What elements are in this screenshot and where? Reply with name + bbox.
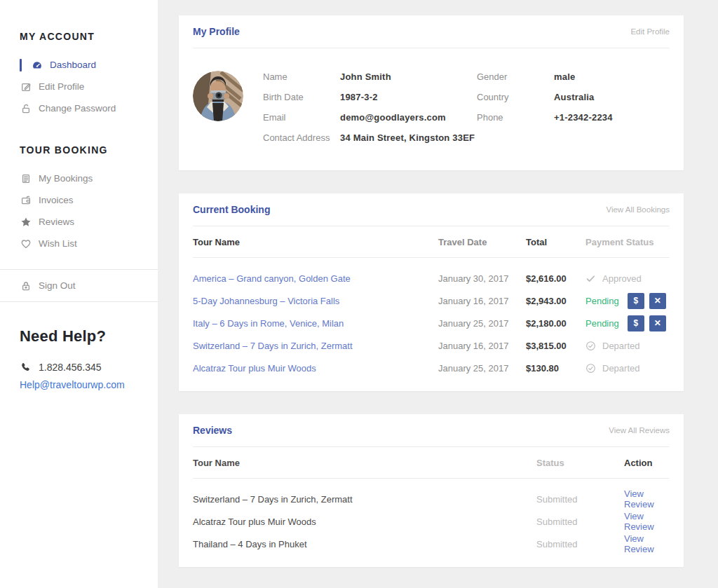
edit-profile-link[interactable]: Edit Profile [630, 27, 670, 36]
lock-icon [20, 280, 32, 292]
profile-field: Country Australia [477, 87, 670, 107]
booking-total: $2,180.00 [526, 318, 585, 329]
payment-status: Approved [585, 273, 670, 284]
view-all-reviews-link[interactable]: View All Reviews [609, 426, 670, 435]
review-status: Submitted [536, 494, 624, 505]
sidebar-item-change-password[interactable]: Change Password [0, 97, 158, 119]
column-header-total: Total [526, 237, 585, 247]
sidebar-item-sign-out[interactable]: Sign Out [0, 270, 158, 301]
booking-table-row: 5-Day Johannesburg – Victoria Falls Janu… [193, 289, 670, 312]
payment-status: Pending $ ✕ [585, 315, 670, 331]
unlock-icon [20, 102, 32, 114]
review-status: Submitted [536, 517, 624, 527]
booking-table-row: Italy – 6 Days in Rome, Venice, Milan Ja… [193, 312, 670, 334]
field-value: 1987-3-2 [340, 87, 378, 107]
cancel-booking-button[interactable]: ✕ [649, 315, 666, 331]
phone-icon [20, 361, 32, 373]
booking-table-row: America – Grand canyon, Golden Gate Janu… [193, 267, 670, 289]
field-value: 34 Main Street, Kingston 33EF [340, 128, 475, 148]
field-value: +1-2342-2234 [554, 107, 613, 128]
tour-name-link[interactable]: Alcatraz Tour plus Muir Woods [193, 363, 316, 374]
heart-icon [20, 238, 32, 249]
circle-check-icon [585, 363, 596, 374]
sidebar-item-my-bookings[interactable]: My Bookings [0, 167, 158, 189]
booking-table-rows: America – Grand canyon, Golden Gate Janu… [193, 258, 670, 391]
sidebar-item-invoices[interactable]: Invoices [0, 189, 158, 211]
review-tour-name: Thailand – 4 Days in Phuket [193, 539, 536, 549]
profile-body: Name John Smith Birth Date 1987-3-2 Emai… [193, 48, 670, 170]
pay-button[interactable]: $ [628, 315, 644, 331]
sidebar-item-edit-profile[interactable]: Edit Profile [0, 76, 158, 97]
view-review-link[interactable]: View Review [624, 533, 654, 554]
payment-status-text: Pending [585, 318, 619, 329]
booking-card-header: Current Booking View All Bookings [193, 193, 670, 226]
sidebar-heading-tour-booking: Tour Booking [20, 144, 158, 156]
field-label: Country [477, 87, 554, 107]
need-help-block: Need Help? 1.828.456.345 Help@traveltour… [0, 302, 158, 391]
profile-field: Birth Date 1987-3-2 [263, 87, 477, 107]
view-review-link[interactable]: View Review [624, 488, 654, 510]
sidebar-item-reviews[interactable]: Reviews [0, 211, 158, 233]
reviews-card-title: Reviews [193, 425, 232, 436]
review-tour-name: Alcatraz Tour plus Muir Woods [193, 517, 536, 527]
column-header-payment-status: Payment Status [585, 237, 670, 247]
profile-field: Contact Address 34 Main Street, Kingston… [263, 128, 477, 148]
profile-field: Gender male [477, 67, 670, 87]
field-value: Australia [554, 87, 594, 107]
tour-name-link[interactable]: Italy – 6 Days in Rome, Venice, Milan [193, 318, 344, 329]
travel-date: January 25, 2017 [438, 318, 526, 329]
profile-card-title: My Profile [193, 26, 240, 37]
profile-field: Name John Smith [263, 67, 477, 87]
cancel-booking-button[interactable]: ✕ [649, 293, 666, 309]
check-icon [585, 273, 596, 284]
profile-field: Phone +1-2342-2234 [477, 107, 670, 128]
booking-table-row: Switzerland – 7 Days in Zurich, Zermatt … [193, 334, 670, 357]
tour-name-link[interactable]: Switzerland – 7 Days in Zurich, Zermatt [193, 341, 353, 351]
column-header-action: Action [624, 458, 670, 468]
travel-date: January 30, 2017 [438, 273, 526, 284]
sidebar-heading-my-account: My Account [20, 31, 158, 42]
sidebar-item-dashboard[interactable]: Dashboard [0, 54, 158, 76]
help-email-link[interactable]: Help@traveltourwp.com [20, 379, 125, 390]
edit-icon [20, 81, 32, 93]
pay-button[interactable]: $ [628, 293, 644, 309]
review-tour-name: Switzerland – 7 Days in Zurich, Zermatt [193, 494, 536, 505]
review-table-row: Thailand – 4 Days in Phuket Submitted Vi… [193, 533, 670, 555]
payment-status: Departed [585, 363, 670, 374]
column-header-tour-name: Tour Name [193, 237, 438, 247]
field-label: Gender [477, 67, 554, 87]
travel-date: January 16, 2017 [438, 296, 526, 306]
payment-status-text: Departed [602, 341, 639, 351]
tour-name-link[interactable]: 5-Day Johannesburg – Victoria Falls [193, 296, 339, 306]
booking-total: $2,616.00 [526, 273, 585, 284]
sidebar: My Account Dashboard Edit Profile Change… [0, 0, 158, 588]
tour-name-link[interactable]: America – Grand canyon, Golden Gate [193, 273, 351, 284]
view-review-link[interactable]: View Review [624, 511, 654, 532]
need-help-title: Need Help? [20, 327, 158, 346]
travel-date: January 25, 2017 [438, 363, 526, 374]
payment-status-text: Departed [602, 363, 639, 374]
booking-table-header: Tour NameTravel DateTotalPayment Status [193, 226, 670, 258]
column-header-travel-date: Travel Date [438, 237, 526, 247]
booking-total: $130.80 [526, 363, 585, 374]
sidebar-item-wish-list[interactable]: Wish List [0, 233, 158, 254]
avatar [193, 71, 243, 121]
column-header-tour-name: Tour Name [193, 458, 536, 468]
booking-card-title: Current Booking [193, 204, 270, 215]
payment-status-text: Approved [602, 273, 642, 284]
tour-booking-menu: My Bookings Invoices Reviews Wish List [0, 167, 158, 254]
dashboard-icon [31, 59, 43, 71]
my-profile-card: My Profile Edit Profile [179, 15, 684, 170]
booking-total: $3,815.00 [526, 341, 585, 351]
profile-fields-right: Gender male Country Australia Phone +1-2… [477, 67, 670, 148]
help-phone-number: 1.828.456.345 [39, 362, 102, 373]
active-indicator [20, 59, 22, 71]
circle-check-icon [585, 341, 596, 351]
field-label: Email [263, 107, 340, 128]
field-value: demo@goodlayers.com [340, 107, 446, 128]
dashboard-content: My Profile Edit Profile [179, 15, 684, 588]
view-all-bookings-link[interactable]: View All Bookings [606, 205, 670, 214]
reviews-table-header: Tour NameStatusAction [193, 447, 670, 479]
current-booking-card: Current Booking View All Bookings Tour N… [179, 193, 684, 391]
field-label: Phone [477, 107, 554, 128]
